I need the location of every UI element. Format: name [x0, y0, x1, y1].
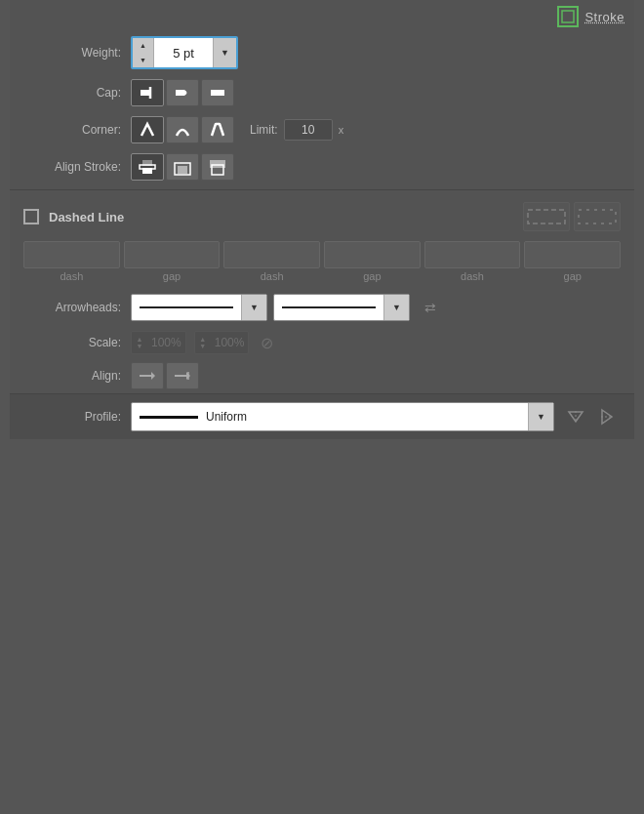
- gap-1-input[interactable]: [124, 241, 221, 268]
- cap-butt-button[interactable]: [131, 79, 164, 106]
- svg-rect-0: [562, 11, 574, 22]
- cap-round-button[interactable]: [166, 79, 199, 106]
- dashed-pattern-btn-2[interactable]: [574, 202, 621, 231]
- svg-rect-9: [178, 166, 187, 174]
- align-arrow-2-button[interactable]: [166, 362, 199, 389]
- dash-1-item: dash: [23, 241, 120, 282]
- weight-down-arrow[interactable]: ▼: [133, 53, 153, 67]
- gap-3-label: gap: [564, 270, 582, 282]
- svg-rect-6: [142, 168, 152, 174]
- svg-rect-1: [141, 90, 150, 96]
- panel-title: Stroke: [584, 10, 624, 24]
- limit-input[interactable]: 10: [284, 119, 333, 141]
- scale-link-icon[interactable]: ⊘: [261, 334, 273, 352]
- corner-bevel-button[interactable]: [201, 116, 234, 143]
- scale-1-spinner[interactable]: ▲ ▼: [132, 331, 147, 354]
- profile-flip-h-button[interactable]: [562, 403, 589, 430]
- align-label: Align:: [23, 369, 121, 383]
- corner-round-button[interactable]: [166, 116, 199, 143]
- dashed-section: Dashed Line das: [10, 194, 634, 288]
- profile-label: Profile:: [23, 410, 121, 424]
- limit-x: x: [339, 124, 344, 136]
- align-outside-button[interactable]: [201, 153, 234, 181]
- gap-3-input[interactable]: [524, 241, 621, 268]
- dash-2-label: dash: [261, 270, 284, 282]
- svg-rect-13: [579, 210, 616, 224]
- corner-miter-button[interactable]: [131, 116, 164, 143]
- corner-row: Corner: Limit: 10 x: [10, 111, 634, 148]
- dash-3-label: dash: [461, 270, 484, 282]
- gap-2-input[interactable]: [324, 241, 421, 268]
- align-row: Align:: [10, 358, 634, 393]
- align-center-button[interactable]: [131, 153, 164, 181]
- align-inside-button[interactable]: [166, 153, 199, 181]
- gap-1-label: gap: [163, 270, 181, 282]
- arrowhead-swap-button[interactable]: ⇄: [418, 295, 443, 320]
- align-arrow-1-button[interactable]: [131, 362, 164, 389]
- weight-unit-dropdown[interactable]: ▼: [213, 38, 236, 67]
- profile-select-text: Uniform: [206, 410, 247, 424]
- cap-row: Cap:: [10, 74, 634, 111]
- profile-select[interactable]: Uniform ▼: [131, 402, 554, 431]
- stroke-icon: [557, 6, 579, 27]
- svg-rect-4: [211, 90, 224, 96]
- weight-up-arrow[interactable]: ▲: [133, 38, 153, 53]
- dashed-label: Dashed Line: [49, 210, 124, 224]
- svg-rect-12: [528, 210, 565, 224]
- weight-spinner[interactable]: ▲ ▼: [133, 38, 154, 67]
- svg-rect-11: [210, 160, 225, 168]
- scale-input-2-group: ▲ ▼ 100%: [194, 331, 250, 354]
- svg-rect-7: [142, 160, 152, 166]
- align-stroke-row: Align Stroke:: [10, 148, 634, 185]
- limit-label: Limit:: [250, 123, 278, 137]
- profile-select-content: Uniform: [132, 410, 528, 424]
- dashed-header: Dashed Line: [23, 202, 621, 231]
- weight-row: Weight: ▲ ▼ 5 pt ▼: [10, 31, 634, 74]
- arrow-start-line: [140, 306, 233, 308]
- arrowheads-row: Arrowheads: ▼ ▼ ⇄: [10, 288, 634, 327]
- gap-3-item: gap: [524, 241, 621, 282]
- arrow-start-dropdown[interactable]: ▼: [241, 294, 266, 321]
- arrow-end-dropdown[interactable]: ▼: [383, 294, 409, 321]
- scale-2-spinner[interactable]: ▲ ▼: [195, 331, 211, 354]
- weight-label: Weight:: [23, 46, 121, 60]
- dash-3-input[interactable]: [424, 241, 521, 268]
- svg-rect-3: [176, 90, 184, 96]
- dashed-checkbox[interactable]: [23, 209, 39, 224]
- profile-flip-v-button[interactable]: [593, 403, 621, 430]
- arrowhead-start-select[interactable]: ▼: [131, 294, 267, 321]
- dash-1-input[interactable]: [23, 241, 120, 268]
- weight-input[interactable]: 5 pt: [154, 46, 213, 61]
- align-stroke-label: Align Stroke:: [23, 160, 121, 174]
- scale-1-value: 100%: [147, 336, 185, 349]
- arrow-end-line: [282, 306, 376, 308]
- scale-label: Scale:: [23, 336, 121, 349]
- profile-row: Profile: Uniform ▼: [10, 393, 634, 439]
- scale-row: Scale: ▲ ▼ 100% ▲ ▼ 100% ⊘: [10, 327, 634, 358]
- corner-label: Corner:: [23, 123, 121, 137]
- dash-1-label: dash: [60, 270, 83, 282]
- stroke-panel: Stroke Weight: ▲ ▼ 5 pt ▼ Cap: Corner:: [10, 0, 634, 439]
- scale-2-value: 100%: [211, 336, 249, 349]
- gap-2-label: gap: [363, 270, 381, 282]
- arrowheads-label: Arrowheads:: [23, 301, 121, 314]
- dashed-pattern-btn-1[interactable]: [523, 202, 570, 231]
- dash-2-item: dash: [223, 241, 320, 282]
- cap-projecting-button[interactable]: [201, 79, 234, 106]
- dash-gap-row: dash gap dash gap dash gap: [23, 241, 621, 282]
- dash-3-item: dash: [424, 241, 521, 282]
- weight-input-group: ▲ ▼ 5 pt ▼: [131, 36, 238, 69]
- profile-line: [140, 416, 198, 419]
- dashed-icons: [523, 202, 621, 231]
- scale-input-1-group: ▲ ▼ 100%: [131, 331, 186, 354]
- profile-dropdown-arrow[interactable]: ▼: [528, 402, 553, 431]
- profile-icons: [562, 403, 621, 430]
- dashed-left: Dashed Line: [23, 209, 124, 224]
- cap-label: Cap:: [23, 86, 121, 100]
- dash-2-input[interactable]: [223, 241, 320, 268]
- svg-marker-15: [151, 372, 155, 380]
- panel-header: Stroke: [10, 0, 634, 31]
- gap-2-item: gap: [324, 241, 421, 282]
- gap-1-item: gap: [124, 241, 221, 282]
- arrowhead-end-select[interactable]: ▼: [273, 294, 410, 321]
